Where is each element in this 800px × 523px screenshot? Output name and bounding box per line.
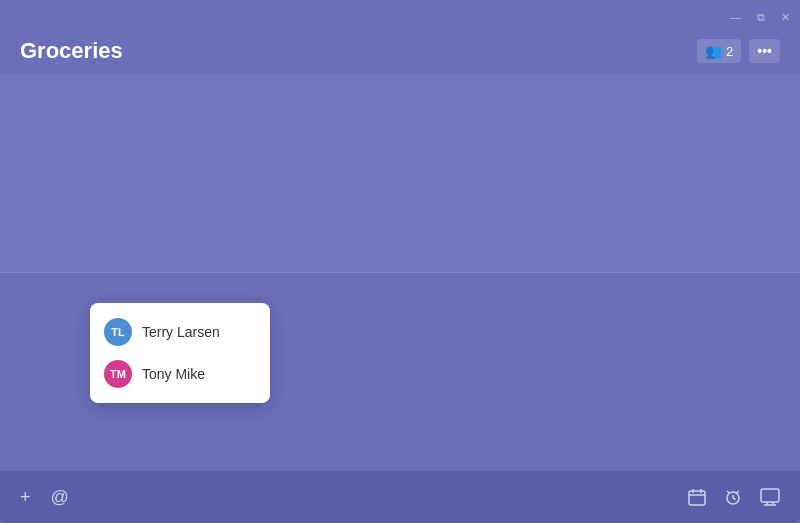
mention-name-tony: Tony Mike <box>142 366 205 382</box>
avatar-terry: TL <box>104 318 132 346</box>
alarm-button[interactable] <box>720 484 746 510</box>
svg-line-8 <box>737 491 740 493</box>
content-area: TL Terry Larsen TM Tony Mike <box>0 74 800 471</box>
app-window: — ⧉ ✕ Groceries 👥 2 ••• TL Terry Larsen <box>0 0 800 523</box>
avatar-tony: TM <box>104 360 132 388</box>
svg-rect-0 <box>689 491 705 505</box>
header-actions: 👥 2 ••• <box>697 39 780 63</box>
add-button[interactable]: + <box>16 483 35 512</box>
mention-item-tony[interactable]: TM Tony Mike <box>90 353 270 395</box>
svg-rect-9 <box>761 489 779 502</box>
members-count: 2 <box>726 44 733 59</box>
restore-button[interactable]: ⧉ <box>757 12 765 23</box>
assign-button[interactable] <box>756 484 784 510</box>
window-controls: — ⧉ ✕ <box>730 12 790 23</box>
mention-popup: TL Terry Larsen TM Tony Mike <box>90 303 270 403</box>
bottom-toolbar: + @ <box>0 471 800 523</box>
close-button[interactable]: ✕ <box>781 12 790 23</box>
calendar-button[interactable] <box>684 484 710 510</box>
members-button[interactable]: 👥 2 <box>697 39 741 63</box>
toolbar-left: + @ <box>16 483 73 512</box>
minimize-button[interactable]: — <box>730 12 741 23</box>
content-upper <box>0 74 800 273</box>
svg-line-7 <box>727 491 730 493</box>
svg-line-6 <box>733 498 736 500</box>
members-icon: 👥 <box>705 43 722 59</box>
mention-item-terry[interactable]: TL Terry Larsen <box>90 311 270 353</box>
mention-name-terry: Terry Larsen <box>142 324 220 340</box>
toolbar-right <box>684 484 784 510</box>
more-button[interactable]: ••• <box>749 39 780 63</box>
title-bar: — ⧉ ✕ <box>0 0 800 34</box>
header: Groceries 👥 2 ••• <box>0 34 800 74</box>
page-title: Groceries <box>20 38 123 64</box>
mention-button[interactable]: @ <box>47 483 73 512</box>
content-lower: TL Terry Larsen TM Tony Mike <box>0 273 800 471</box>
